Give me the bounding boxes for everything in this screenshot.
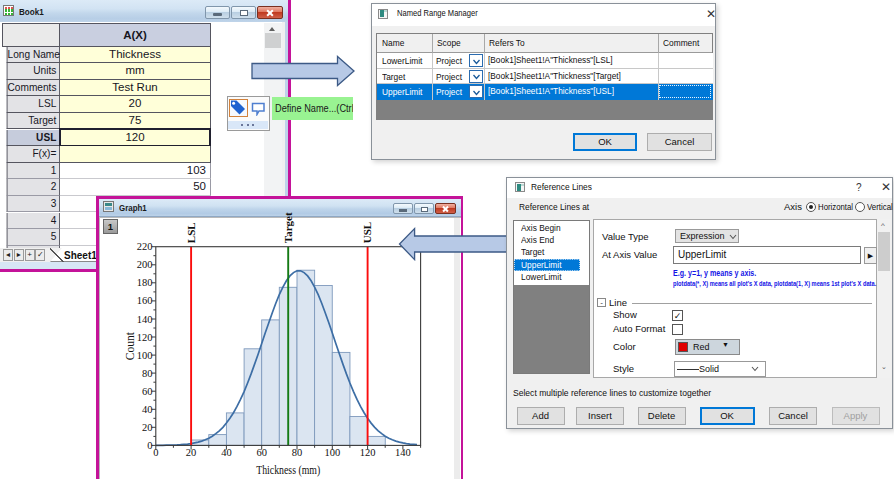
svg-text:220: 220 [137,241,153,252]
svg-text:LSL: LSL [185,222,197,243]
svg-text:120: 120 [360,447,376,458]
svg-text:200: 200 [137,259,153,270]
svg-text:160: 160 [137,295,153,306]
svg-text:180: 180 [137,277,153,288]
svg-text:0: 0 [147,440,152,451]
svg-text:80: 80 [292,447,303,458]
svg-text:140: 140 [395,447,411,458]
svg-text:120: 120 [137,332,153,343]
svg-text:60: 60 [142,386,153,397]
svg-text:Count: Count [124,331,136,360]
svg-text:0: 0 [153,447,158,458]
svg-text:60: 60 [256,447,267,458]
svg-text:Thickness (mm): Thickness (mm) [256,464,320,477]
svg-text:20: 20 [142,422,153,433]
svg-text:40: 40 [142,404,153,415]
svg-text:20: 20 [186,447,197,458]
svg-text:40: 40 [221,447,232,458]
svg-text:Target: Target [282,212,294,243]
svg-text:140: 140 [137,314,153,325]
svg-text:100: 100 [137,350,153,361]
svg-text:80: 80 [142,368,153,379]
svg-text:USL: USL [361,222,373,243]
svg-text:100: 100 [324,447,340,458]
